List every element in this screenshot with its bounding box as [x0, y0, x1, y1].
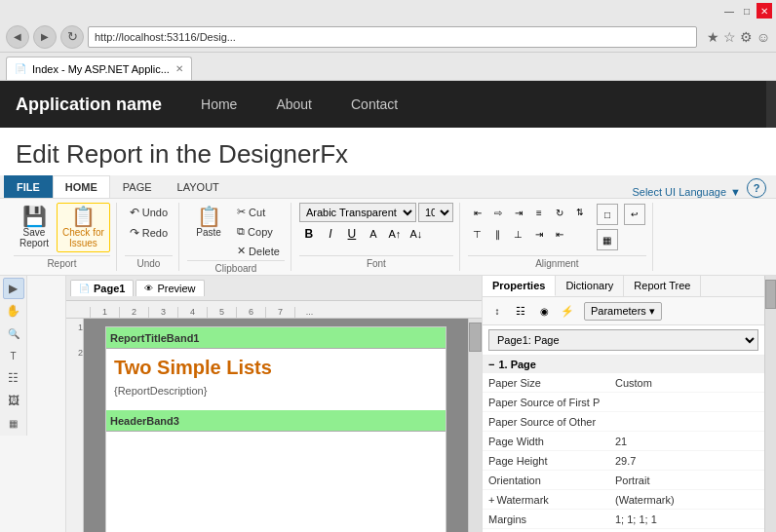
- canvas-area: 1 2 3 4 5 6 7 ... 1 2: [66, 301, 482, 532]
- radio-props-button[interactable]: ◉: [533, 300, 555, 322]
- delete-icon: ✕: [237, 245, 246, 257]
- bookmark-icon[interactable]: ☆: [723, 29, 736, 45]
- smiley-icon[interactable]: ☺: [757, 29, 770, 45]
- watermark-expand-icon[interactable]: +: [488, 494, 494, 506]
- table-tool[interactable]: ☷: [3, 367, 24, 389]
- chart-tool[interactable]: ▦: [3, 412, 24, 434]
- copy-button[interactable]: ⧉ Copy: [232, 222, 285, 241]
- header-band-label: HeaderBand3: [110, 415, 179, 427]
- nav-home[interactable]: Home: [193, 93, 245, 116]
- align-right-button[interactable]: ⇥: [509, 203, 528, 222]
- cut-icon: ✂: [237, 206, 246, 218]
- maximize-button[interactable]: □: [739, 3, 755, 19]
- forward-button[interactable]: ▶: [33, 25, 57, 49]
- ribbon-tab-layout[interactable]: LAYOUT: [165, 175, 232, 198]
- ribbon-group-clipboard: 📋 Paste ✂ Cut ⧉ Copy ✕: [181, 203, 291, 271]
- nav-contact[interactable]: Contact: [343, 93, 406, 116]
- bolt-props-button[interactable]: ⚡: [557, 300, 578, 322]
- url-text: http://localhost:53116/Desig...: [95, 31, 236, 43]
- zoom-tool[interactable]: 🔍: [3, 323, 24, 344]
- shrink-font-button[interactable]: A↓: [407, 224, 426, 244]
- bold-button[interactable]: B: [299, 224, 319, 244]
- underline-button[interactable]: U: [342, 224, 362, 244]
- italic-button[interactable]: I: [321, 224, 340, 244]
- tab-close-button[interactable]: ✕: [175, 63, 183, 74]
- border-button[interactable]: □: [597, 204, 618, 225]
- chevron-down-icon: ▼: [730, 186, 741, 198]
- align-left-button[interactable]: ⇤: [468, 203, 487, 222]
- props-tab-report-tree[interactable]: Report Tree: [624, 276, 701, 296]
- props-page-select[interactable]: Page1: Page: [488, 329, 758, 351]
- header-band: HeaderBand3: [106, 410, 446, 432]
- pan-tool[interactable]: ✋: [3, 300, 24, 322]
- canvas-scrollbar-v[interactable]: [468, 319, 482, 532]
- align-justify-button[interactable]: ≡: [529, 203, 549, 222]
- text-tool[interactable]: T: [3, 345, 24, 366]
- canvas-scroll-thumb[interactable]: [469, 323, 482, 352]
- url-input[interactable]: http://localhost:53116/Desig...: [88, 26, 697, 48]
- refresh-button[interactable]: ↻: [60, 25, 84, 49]
- border-buttons: □ ▦: [596, 203, 619, 251]
- valign-top-button[interactable]: ⊤: [468, 224, 487, 244]
- text-direction-button[interactable]: ↻: [550, 203, 569, 222]
- font-color-button[interactable]: A: [364, 224, 383, 244]
- spacing-button[interactable]: ⇅: [570, 203, 590, 222]
- align-row-1: ⇤ ⇨ ⇥ ≡ ↻ ⇅: [468, 203, 590, 222]
- page1-label: Page1: [94, 283, 125, 294]
- save-report-button[interactable]: 💾 SaveReport: [14, 203, 55, 252]
- page-tab-page1[interactable]: 📄 Page1: [70, 280, 134, 296]
- ribbon-tab-page[interactable]: PAGE: [110, 175, 165, 198]
- props-tab-dictionary[interactable]: Dictionary: [556, 276, 624, 296]
- outdent-button[interactable]: ⇤: [550, 224, 569, 244]
- back-button[interactable]: ◀: [6, 25, 29, 49]
- tab-title: Index - My ASP.NET Applic...: [32, 63, 170, 75]
- font-size-select[interactable]: 10: [418, 203, 453, 222]
- panel-scrollbar[interactable]: [764, 276, 776, 532]
- font-name-select[interactable]: Arabic Transparent: [299, 203, 416, 222]
- paste-button[interactable]: 📋 Paste: [187, 203, 230, 242]
- valign-bottom-button[interactable]: ⊥: [509, 224, 528, 244]
- settings-icon[interactable]: ⚙: [740, 29, 753, 45]
- preview-label: Preview: [157, 283, 195, 294]
- props-row-margins: Margins 1; 1; 1; 1: [483, 510, 764, 529]
- browser-tab[interactable]: 📄 Index - My ASP.NET Applic... ✕: [6, 57, 192, 80]
- props-section-1: − 1. Page Paper Size Custom Paper Source…: [483, 356, 764, 532]
- align-center-button[interactable]: ⇨: [488, 203, 508, 222]
- grid-props-button[interactable]: ☷: [510, 300, 531, 322]
- minimize-button[interactable]: —: [721, 3, 737, 19]
- ribbon-group-clipboard-items: 📋 Paste ✂ Cut ⧉ Copy ✕: [187, 203, 285, 260]
- paper-size-label: Paper Size: [488, 377, 615, 389]
- sort-props-button[interactable]: ↕: [486, 300, 508, 322]
- ribbon-group-alignment-items: ⇤ ⇨ ⇥ ≡ ↻ ⇅ ⊤ ∥ ⊥ ⇥ ⇤: [468, 203, 646, 255]
- select-tool[interactable]: ▶: [3, 278, 24, 299]
- cut-button[interactable]: ✂ Cut: [232, 203, 285, 221]
- panel-scroll-thumb[interactable]: [765, 280, 776, 309]
- grow-font-button[interactable]: A↑: [385, 224, 405, 244]
- border-style-button[interactable]: ▦: [597, 229, 618, 250]
- ribbon-tab-file[interactable]: FILE: [4, 175, 53, 198]
- ribbon-tab-home[interactable]: HOME: [53, 175, 110, 198]
- delete-button[interactable]: ✕ Delete: [232, 242, 285, 260]
- close-button[interactable]: ✕: [757, 3, 772, 19]
- nav-about[interactable]: About: [268, 93, 320, 116]
- redo-button[interactable]: ↷ Redo: [125, 223, 173, 243]
- star-icon[interactable]: ★: [707, 29, 719, 45]
- redo-label: Redo: [142, 227, 168, 239]
- props-tab-properties[interactable]: Properties: [483, 276, 556, 296]
- select-language[interactable]: Select UI Language ▼: [632, 186, 741, 198]
- image-tool[interactable]: 🖼: [3, 390, 24, 411]
- help-button[interactable]: ?: [747, 178, 766, 198]
- tab-favicon: 📄: [15, 63, 26, 74]
- canvas-content[interactable]: ReportTitleBand1 Two Simple Lists {Repor…: [84, 319, 468, 532]
- valign-middle-button[interactable]: ∥: [488, 224, 508, 244]
- parameters-button[interactable]: Parameters ▾: [584, 302, 662, 321]
- page-tab-preview[interactable]: 👁 Preview: [136, 280, 204, 296]
- watermark-label: + Watermark: [488, 494, 615, 506]
- browser-chrome: — □ ✕ ◀ ▶ ↻ http://localhost:53116/Desig…: [0, 0, 776, 81]
- undo-button[interactable]: ↶ Undo: [125, 203, 173, 222]
- expand-button[interactable]: ↩: [624, 204, 645, 225]
- props-section-1-header[interactable]: − 1. Page: [483, 356, 764, 373]
- check-issues-button[interactable]: 📋 Check forIssues: [57, 203, 110, 252]
- indent-button[interactable]: ⇥: [529, 224, 549, 244]
- paper-source-first-label: Paper Source of First P: [488, 397, 615, 408]
